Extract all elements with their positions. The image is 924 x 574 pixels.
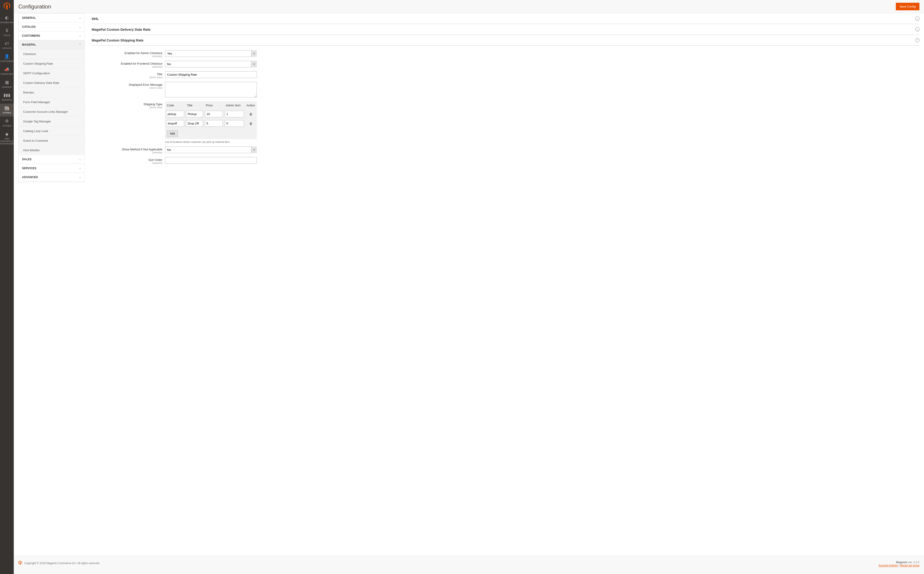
nav-label: FIND PARTNERS & EXTENSIONS bbox=[0, 137, 14, 145]
subitem-guest-to-customer[interactable]: Guest to Customer bbox=[19, 136, 85, 145]
chevron-down-icon: ⌄ bbox=[79, 34, 81, 37]
nav-sales[interactable]: $SALES bbox=[0, 26, 14, 39]
magepal-subitems: Checkout Custom Shipping Rate SMTP Confi… bbox=[19, 49, 85, 155]
label-sort-order: Sort Order bbox=[148, 158, 162, 162]
tab-label: MAGEPAL bbox=[22, 43, 36, 46]
tab-label: CATALOG bbox=[22, 25, 36, 28]
nav-label: CUSTOMERS bbox=[0, 60, 13, 63]
helper-text: List of locations where customer can pic… bbox=[165, 140, 257, 143]
store-icon: 🏬 bbox=[4, 106, 9, 111]
chevron-down-icon: ⌄ bbox=[79, 25, 81, 28]
magento-logo[interactable] bbox=[4, 2, 10, 10]
report-issue-link[interactable]: Report an Issue bbox=[900, 564, 919, 567]
tab-advanced[interactable]: ADVANCED⌄ bbox=[19, 173, 85, 182]
config-content: DHL ⌄ MagePal Custom Delivery Date Rate … bbox=[85, 13, 924, 556]
section-delivery-date[interactable]: MagePal Custom Delivery Date Rate ⌄ bbox=[92, 24, 919, 35]
title-input[interactable] bbox=[186, 120, 203, 127]
scope-label: [store view] bbox=[92, 87, 162, 89]
nav-stores[interactable]: 🏬STORES bbox=[0, 104, 14, 117]
subitem-html-minifier[interactable]: Html Minifier bbox=[19, 145, 85, 155]
delete-row-icon[interactable]: 🗑 bbox=[249, 112, 252, 116]
title-input[interactable] bbox=[186, 111, 203, 117]
separator: | bbox=[898, 564, 900, 567]
chevron-down-icon: ⌄ bbox=[79, 176, 81, 179]
nav-catalog[interactable]: 🏷CATALOG bbox=[0, 39, 14, 52]
page-footer: Copyright © 2018 Magento Commerce Inc. A… bbox=[14, 556, 924, 574]
sort-order-input[interactable] bbox=[165, 157, 257, 164]
subitem-catalog-lazy-load[interactable]: Catalog Lazy Load bbox=[19, 126, 85, 136]
nav-reports[interactable]: ▮▮▮REPORTS bbox=[0, 91, 14, 103]
subitem-checkout[interactable]: Checkout bbox=[19, 49, 85, 59]
title-input[interactable] bbox=[165, 71, 257, 78]
expand-icon: ⌄ bbox=[915, 16, 919, 20]
save-config-button[interactable]: Save Config bbox=[896, 3, 919, 10]
sort-input[interactable] bbox=[225, 111, 244, 117]
tab-customers[interactable]: CUSTOMERS⌄ bbox=[19, 32, 85, 40]
subitem-smtp-configuration[interactable]: SMTP Configuration bbox=[19, 69, 85, 78]
show-method-select[interactable]: No bbox=[165, 147, 257, 153]
nav-content[interactable]: ▦CONTENT bbox=[0, 78, 14, 91]
subitem-customer-account-links-manager[interactable]: Customer Account Links Manager bbox=[19, 107, 85, 117]
section-title: MagePal Custom Shipping Rate bbox=[92, 38, 143, 42]
tab-label: SERVICES bbox=[22, 167, 36, 170]
magento-logo-small bbox=[18, 561, 22, 566]
nav-marketing[interactable]: 📣MARKETING bbox=[0, 65, 14, 78]
nav-label: CATALOG bbox=[2, 47, 12, 49]
account-activity-link[interactable]: Account Activity bbox=[878, 564, 898, 567]
tab-services[interactable]: SERVICES⌄ bbox=[19, 164, 85, 173]
enabled-admin-select[interactable]: Yes bbox=[165, 50, 257, 57]
col-title: Title bbox=[185, 101, 204, 109]
chevron-down-icon: ⌄ bbox=[79, 158, 81, 161]
enabled-frontend-select[interactable]: No bbox=[165, 61, 257, 68]
add-row-button[interactable]: Add bbox=[167, 131, 178, 137]
cube-icon: ◆ bbox=[5, 132, 8, 137]
subitem-custom-shipping-rate[interactable]: Custom Shipping Rate bbox=[19, 59, 85, 69]
product-name: Magento bbox=[896, 561, 907, 564]
col-code: Code bbox=[165, 101, 185, 109]
blocks-icon: ▦ bbox=[5, 80, 9, 85]
nav-system[interactable]: ⚙SYSTEM bbox=[0, 117, 14, 129]
sort-input[interactable] bbox=[225, 120, 244, 127]
col-price: Price bbox=[204, 101, 224, 109]
code-input[interactable] bbox=[166, 111, 184, 117]
nav-label: SALES bbox=[3, 34, 10, 37]
bars-icon: ▮▮▮ bbox=[3, 93, 10, 98]
subitem-reindex[interactable]: Reindex bbox=[19, 88, 85, 98]
section-shipping-rate[interactable]: MagePal Custom Shipping Rate ⌃ bbox=[92, 35, 919, 46]
section-title: DHL bbox=[92, 17, 99, 20]
label-shipping-type: Shipping Type bbox=[143, 102, 162, 106]
scope-label: [website] bbox=[92, 151, 162, 154]
nav-dashboard[interactable]: ◐DASHBOARD bbox=[0, 13, 14, 26]
price-input[interactable] bbox=[205, 120, 223, 127]
collapse-icon: ⌃ bbox=[915, 38, 919, 42]
delete-row-icon[interactable]: 🗑 bbox=[249, 122, 252, 125]
tab-label: SALES bbox=[22, 158, 32, 161]
nav-label: MARKETING bbox=[1, 73, 13, 76]
page-title: Configuration bbox=[18, 3, 51, 10]
tab-magepal[interactable]: MAGEPAL⌃ bbox=[19, 40, 85, 49]
nav-label: STORES bbox=[3, 112, 11, 114]
tab-general[interactable]: GENERAL⌄ bbox=[19, 14, 85, 22]
scope-label: [website] bbox=[92, 162, 162, 164]
section-dhl[interactable]: DHL ⌄ bbox=[92, 13, 919, 24]
tab-label: GENERAL bbox=[22, 16, 36, 19]
shipping-row: 🗑 bbox=[165, 119, 257, 128]
subitem-google-tag-manager[interactable]: Google Tag Manager bbox=[19, 117, 85, 126]
subitem-custom-delivery-date-rate[interactable]: Custom Delivery Date Rate bbox=[19, 78, 85, 88]
nav-label: DASHBOARD bbox=[0, 21, 14, 24]
scope-label: [store view] bbox=[92, 106, 162, 109]
subitem-form-field-manager[interactable]: Form Field Manager bbox=[19, 98, 85, 107]
nav-partners[interactable]: ◆FIND PARTNERS & EXTENSIONS bbox=[0, 129, 14, 147]
nav-customers[interactable]: 👤CUSTOMERS bbox=[0, 52, 14, 65]
nav-label: SYSTEM bbox=[3, 125, 11, 127]
tab-sales[interactable]: SALES⌄ bbox=[19, 155, 85, 164]
chevron-down-icon: ⌄ bbox=[79, 16, 81, 19]
error-message-textarea[interactable] bbox=[165, 82, 257, 98]
gear-icon: ⚙ bbox=[5, 119, 9, 124]
code-input[interactable] bbox=[166, 120, 184, 127]
price-input[interactable] bbox=[205, 111, 223, 117]
expand-icon: ⌄ bbox=[915, 27, 919, 32]
scope-label: [store view] bbox=[92, 76, 162, 79]
tab-catalog[interactable]: CATALOG⌄ bbox=[19, 22, 85, 32]
page-header: Configuration Save Config bbox=[14, 0, 924, 13]
